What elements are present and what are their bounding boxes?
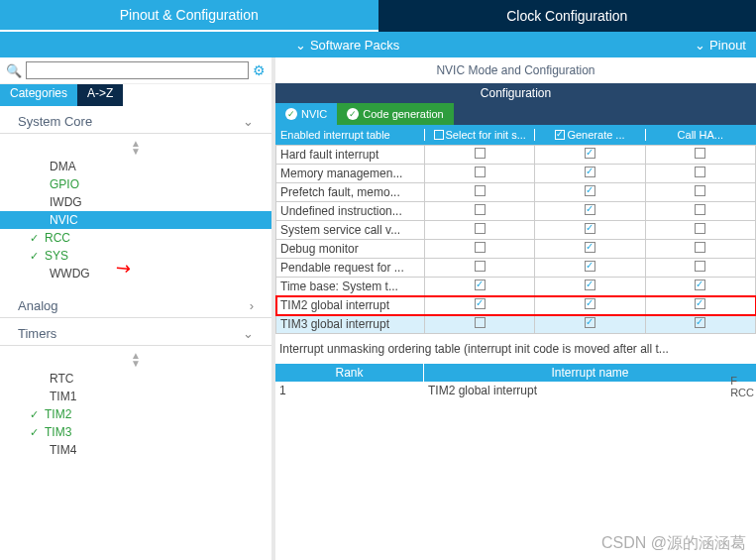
checkbox-cell[interactable] (425, 278, 535, 296)
pinout-menu[interactable]: ⌄Pinout (695, 38, 746, 53)
table-row[interactable]: Time base: System t... (276, 278, 756, 296)
checkbox-icon[interactable] (475, 223, 486, 234)
sidebar-item-gpio[interactable]: GPIO (0, 175, 271, 193)
checkbox-icon[interactable] (695, 167, 705, 177)
checkbox-icon[interactable] (695, 317, 705, 328)
col-generate[interactable]: Generate ... (535, 129, 645, 141)
checkbox-cell[interactable] (535, 259, 645, 278)
checkbox-icon[interactable] (585, 167, 595, 177)
checkbox-icon[interactable] (585, 223, 595, 234)
subtab-nvic[interactable]: ✓NVIC (275, 103, 337, 125)
sidebar-item-tim3[interactable]: ✓TIM3 (0, 423, 271, 441)
checkbox-cell[interactable] (645, 202, 755, 221)
checkbox-cell[interactable] (535, 146, 645, 165)
checkbox-icon[interactable] (695, 204, 705, 215)
checkbox-icon[interactable] (585, 242, 595, 253)
checkbox-icon[interactable] (434, 130, 444, 140)
col-call-handler[interactable]: Call HA... (646, 129, 755, 141)
checkbox-cell[interactable] (645, 221, 755, 240)
sort-icon[interactable]: ▲▼ (0, 350, 271, 370)
sidebar-item-tim1[interactable]: TIM1 (0, 388, 271, 405)
checkbox-cell[interactable] (645, 240, 755, 259)
col-interrupt-name[interactable]: Interrupt name (424, 364, 756, 382)
sidebar-item-dma[interactable]: DMA (0, 158, 271, 175)
checkbox-icon[interactable] (475, 261, 486, 272)
software-packs-menu[interactable]: ⌄Software Packs (295, 38, 399, 53)
tab-clock-config[interactable]: Clock Configuration (378, 0, 757, 32)
col-enabled-interrupt[interactable]: Enabled interrupt table (276, 129, 425, 141)
checkbox-icon[interactable] (695, 298, 705, 309)
gear-icon[interactable]: ⚙ (253, 62, 266, 78)
table-row[interactable]: Pendable request for ... (276, 259, 756, 278)
table-row[interactable]: Memory managemen... (276, 165, 756, 183)
checkbox-cell[interactable] (645, 278, 755, 296)
table-row[interactable]: System service call v... (276, 221, 756, 240)
checkbox-cell[interactable] (425, 315, 535, 334)
sidebar-item-sys[interactable]: ✓SYS (0, 247, 271, 265)
checkbox-cell[interactable] (535, 183, 645, 202)
checkbox-icon[interactable] (585, 261, 595, 272)
checkbox-cell[interactable] (425, 240, 535, 259)
checkbox-icon[interactable] (585, 148, 595, 159)
checkbox-icon[interactable] (695, 223, 705, 234)
checkbox-cell[interactable] (645, 259, 755, 278)
checkbox-cell[interactable] (645, 315, 755, 334)
checkbox-icon[interactable] (475, 148, 486, 159)
sidebar-item-nvic[interactable]: NVIC (0, 211, 271, 229)
checkbox-cell[interactable] (535, 202, 645, 221)
checkbox-cell[interactable] (535, 165, 645, 183)
checkbox-icon[interactable] (555, 130, 565, 140)
sort-icon[interactable]: ▲▼ (0, 138, 271, 158)
checkbox-icon[interactable] (585, 298, 595, 309)
sidebar-item-iwdg[interactable]: IWDG (0, 193, 271, 211)
section-system-core[interactable]: System Core⌄ (0, 106, 271, 134)
checkbox-icon[interactable] (585, 317, 595, 328)
checkbox-icon[interactable] (695, 148, 705, 159)
checkbox-icon[interactable] (585, 204, 595, 215)
tab-pinout-config[interactable]: Pinout & Configuration (0, 0, 378, 32)
checkbox-icon[interactable] (695, 280, 705, 290)
checkbox-cell[interactable] (535, 296, 645, 315)
table-row[interactable]: Prefetch fault, memo... (276, 183, 756, 202)
table-row[interactable]: TIM3 global interrupt (276, 315, 756, 334)
section-analog[interactable]: Analog› (0, 290, 271, 318)
checkbox-icon[interactable] (475, 298, 486, 309)
checkbox-cell[interactable] (425, 221, 535, 240)
sidebar-item-tim2[interactable]: ✓TIM2 (0, 405, 271, 423)
tab-categories[interactable]: Categories (0, 84, 77, 106)
checkbox-icon[interactable] (695, 261, 705, 272)
checkbox-icon[interactable] (695, 185, 705, 196)
checkbox-cell[interactable] (645, 296, 755, 315)
table-row[interactable]: Undefined instruction... (276, 202, 756, 221)
checkbox-cell[interactable] (535, 221, 645, 240)
checkbox-icon[interactable] (585, 280, 595, 290)
checkbox-cell[interactable] (425, 183, 535, 202)
checkbox-cell[interactable] (645, 165, 755, 183)
checkbox-cell[interactable] (645, 146, 755, 165)
checkbox-icon[interactable] (475, 242, 486, 253)
checkbox-cell[interactable] (535, 278, 645, 296)
checkbox-cell[interactable] (535, 315, 645, 334)
tab-az[interactable]: A->Z (77, 84, 123, 106)
checkbox-cell[interactable] (425, 296, 535, 315)
checkbox-icon[interactable] (585, 185, 595, 196)
subtab-codegen[interactable]: ✓Code generation (337, 103, 453, 125)
checkbox-cell[interactable] (425, 202, 535, 221)
sidebar-item-tim4[interactable]: TIM4 (0, 441, 271, 459)
checkbox-cell[interactable] (535, 240, 645, 259)
table-row[interactable]: Debug monitor (276, 240, 756, 259)
checkbox-cell[interactable] (425, 165, 535, 183)
checkbox-icon[interactable] (475, 317, 486, 328)
search-icon[interactable]: 🔍 (6, 63, 22, 78)
col-select-init[interactable]: Select for init s... (425, 129, 535, 141)
sidebar-item-rcc[interactable]: ✓RCC (0, 229, 271, 247)
sidebar-item-rtc[interactable]: RTC (0, 370, 271, 388)
sidebar-item-wwdg[interactable]: WWDG (0, 265, 271, 282)
rank-row[interactable]: 1 TIM2 global interrupt (275, 382, 756, 399)
checkbox-icon[interactable] (695, 242, 705, 253)
checkbox-icon[interactable] (475, 167, 486, 177)
checkbox-icon[interactable] (475, 280, 486, 290)
checkbox-icon[interactable] (475, 185, 486, 196)
table-row[interactable]: Hard fault interrupt (276, 146, 756, 165)
checkbox-cell[interactable] (425, 146, 535, 165)
